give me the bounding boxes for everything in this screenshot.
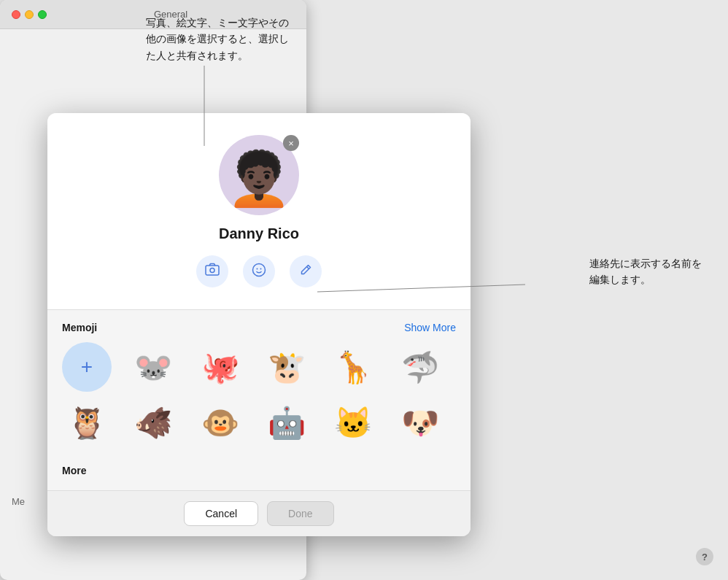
svg-point-2 xyxy=(253,263,266,276)
edit-button[interactable] xyxy=(290,255,322,287)
dialog-footer: Cancel Done xyxy=(47,490,471,536)
show-more-link[interactable]: Show More xyxy=(404,322,456,333)
memoji-item[interactable]: 🐙 xyxy=(195,342,245,392)
memoji-item[interactable]: 🐭 xyxy=(128,342,178,392)
more-section-header: More xyxy=(62,462,456,476)
memoji-item[interactable]: 🐵 xyxy=(195,398,245,447)
dialog-window: 🧑🏿‍🦱 × Danny Rico xyxy=(47,113,471,536)
right-annotation-text: 連絡先に表示する名前を 編集します。 xyxy=(589,255,706,288)
user-name: Danny Rico xyxy=(219,225,299,242)
svg-point-4 xyxy=(260,268,262,269)
memoji-item[interactable]: 🐶 xyxy=(395,398,445,447)
maximize-button[interactable] xyxy=(38,10,47,19)
more-label: More xyxy=(62,465,86,476)
svg-point-1 xyxy=(210,268,214,272)
memoji-item[interactable]: 🐮 xyxy=(262,342,311,392)
top-annotation-text: 写真、絵文字、ミー文字やその 他の画像を選択すると、選択し た人と共有されます。 xyxy=(146,15,292,63)
close-button[interactable] xyxy=(12,10,20,19)
pencil-icon xyxy=(298,263,313,281)
avatar-close-button[interactable]: × xyxy=(283,135,299,151)
emoji-icon xyxy=(251,262,267,282)
photo-button[interactable] xyxy=(196,255,228,287)
memoji-item[interactable]: 🦉 xyxy=(62,398,112,447)
minimize-button[interactable] xyxy=(25,10,34,19)
memoji-item[interactable]: 🐱 xyxy=(328,398,378,447)
cancel-button[interactable]: Cancel xyxy=(184,501,258,526)
sidebar-me-label: Me xyxy=(12,496,25,507)
emoji-button[interactable] xyxy=(243,255,275,287)
svg-rect-0 xyxy=(206,266,219,275)
avatar-container: 🧑🏿‍🦱 × xyxy=(219,135,299,215)
action-buttons-row xyxy=(196,255,322,287)
memoji-grid: + 🐭 🐙 🐮 🦒 🦈 🦉 🐗 🐵 🤖 🐱 🐶 xyxy=(62,342,456,447)
traffic-lights xyxy=(12,10,47,19)
done-button[interactable]: Done xyxy=(267,501,333,526)
photo-icon xyxy=(204,262,220,282)
memoji-item[interactable]: 🦈 xyxy=(395,342,445,392)
memoji-section-header: Memoji Show More xyxy=(62,322,456,333)
memoji-item[interactable]: 🤖 xyxy=(262,398,311,447)
memoji-label: Memoji xyxy=(62,322,97,333)
dialog-content-area[interactable]: Memoji Show More + 🐭 🐙 🐮 🦒 🦈 🦉 🐗 🐵 🤖 🐱 🐶 xyxy=(47,310,471,490)
memoji-item[interactable]: 🦒 xyxy=(328,342,378,392)
dialog-top-section: 🧑🏿‍🦱 × Danny Rico xyxy=(47,113,471,310)
plus-icon: + xyxy=(81,355,93,379)
memoji-item[interactable]: 🐗 xyxy=(128,398,178,447)
svg-point-3 xyxy=(257,268,258,269)
help-button[interactable]: ? xyxy=(696,548,713,565)
add-memoji-button[interactable]: + xyxy=(62,342,112,392)
avatar-image: 🧑🏿‍🦱 xyxy=(226,152,292,205)
